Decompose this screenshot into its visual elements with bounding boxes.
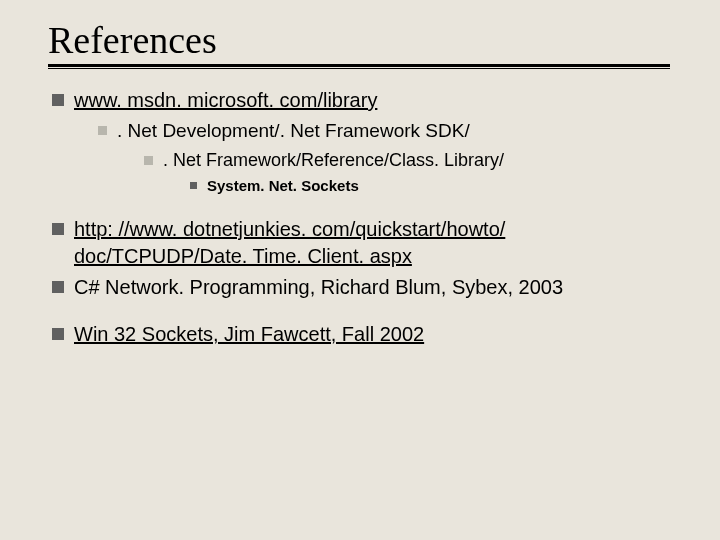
title-rule-thick (48, 64, 670, 67)
content-area: www. msdn. microsoft. com/library . Net … (48, 87, 672, 348)
ref1-sub1-text: . Net Development/. Net Framework SDK/ (117, 118, 470, 144)
ref4: Win 32 Sockets, Jim Fawcett, Fall 2002 (48, 321, 672, 348)
square-bullet-icon (52, 328, 64, 340)
ref4-link[interactable]: Win 32 Sockets, Jim Fawcett, Fall 2002 (74, 321, 424, 348)
square-bullet-icon (52, 223, 64, 235)
ref3-text: C# Network. Programming, Richard Blum, S… (74, 274, 563, 301)
spacer (48, 200, 672, 216)
ref1-sub3-text: System. Net. Sockets (207, 176, 359, 196)
square-bullet-icon (144, 156, 153, 165)
ref2-link-line2[interactable]: doc/TCPUDP/Date. Time. Client. aspx (74, 245, 412, 267)
ref3: C# Network. Programming, Richard Blum, S… (48, 274, 672, 301)
square-bullet-icon (98, 126, 107, 135)
ref1-sub2-text: . Net Framework/Reference/Class. Library… (163, 148, 504, 172)
square-bullet-icon (190, 182, 197, 189)
square-bullet-icon (52, 94, 64, 106)
ref2-link-line1[interactable]: http: //www. dotnetjunkies. com/quicksta… (74, 218, 505, 240)
ref1: www. msdn. microsoft. com/library (48, 87, 672, 114)
slide: References www. msdn. microsoft. com/lib… (0, 0, 720, 540)
ref2-text: http: //www. dotnetjunkies. com/quicksta… (74, 216, 505, 270)
ref1-sub1: . Net Development/. Net Framework SDK/ (48, 118, 672, 144)
spacer (48, 305, 672, 321)
ref1-sub2: . Net Framework/Reference/Class. Library… (48, 148, 672, 172)
ref1-link[interactable]: www. msdn. microsoft. com/library (74, 87, 377, 114)
ref2: http: //www. dotnetjunkies. com/quicksta… (48, 216, 672, 270)
ref1-sub3: System. Net. Sockets (48, 176, 672, 196)
square-bullet-icon (52, 281, 64, 293)
title-rule-thin (48, 68, 670, 69)
slide-title: References (48, 18, 672, 62)
